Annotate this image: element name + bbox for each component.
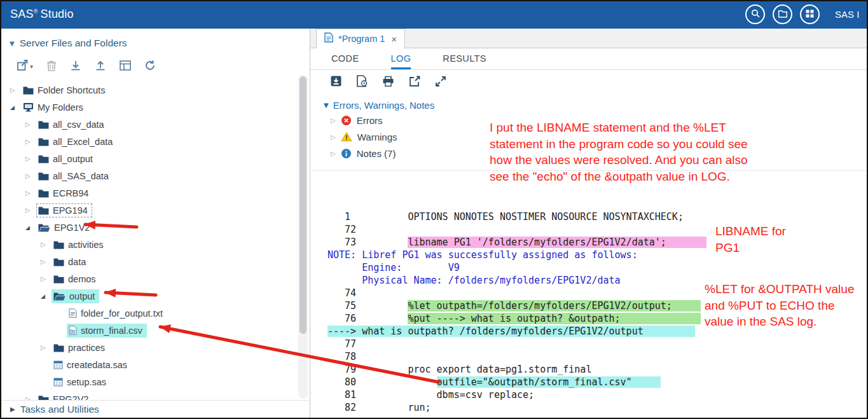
maximize-button[interactable]	[435, 76, 446, 90]
apps-button[interactable]	[800, 4, 820, 24]
folder-open-icon	[53, 292, 65, 301]
folder-icon	[38, 189, 49, 198]
tree-item-setup.sas[interactable]: setup.sas	[1, 373, 310, 390]
tree-item-EPG1V2[interactable]: ◢EPG1V2	[1, 219, 310, 236]
refresh-button[interactable]	[144, 60, 156, 74]
tree-item-all_Excel_data[interactable]: ▷all_Excel_data	[1, 133, 310, 150]
properties-button[interactable]	[120, 60, 131, 73]
tasks-and-utilities-header[interactable]: ▶ Tasks and Utilities	[1, 400, 310, 418]
tree-item-label: folder_for_output.txt	[81, 308, 163, 319]
new-item-button[interactable]: ▾	[17, 59, 33, 74]
tree-item-inner[interactable]: ECRB94	[36, 186, 93, 200]
tab-program-1[interactable]: *Program 1 ×	[316, 29, 405, 48]
expand-toggle-icon[interactable]: ▷	[10, 86, 21, 93]
tree-item-inner[interactable]: output	[52, 289, 99, 303]
file-tree: ▷Folder Shortcuts◢My Folders▷all_csv_dat…	[1, 81, 310, 408]
tree-item-all_output[interactable]: ▷all_output	[1, 150, 310, 167]
tree-item-Folder Shortcuts[interactable]: ▷Folder Shortcuts	[1, 81, 310, 99]
tree-item-inner[interactable]: all_csv_data	[36, 118, 109, 132]
collapse-toggle-icon[interactable]: ◢	[10, 104, 21, 111]
tree-item-inner[interactable]: storm_final.csv	[67, 324, 147, 338]
tree-item-inner[interactable]: EPG194	[36, 203, 92, 217]
chevron-down-icon: ▾	[30, 63, 33, 70]
tree-item-inner[interactable]: all_SAS_data	[36, 169, 113, 183]
tree-item-inner[interactable]: setup.sas	[52, 375, 111, 389]
tree-item-inner[interactable]: demos	[52, 272, 100, 286]
tree-item-inner[interactable]: EPG1V2	[36, 221, 94, 235]
tree-item-inner[interactable]: activities	[52, 238, 108, 252]
log-line: 77	[327, 338, 706, 350]
expand-toggle-icon[interactable]: ▷	[331, 117, 336, 124]
tab-results[interactable]: RESULTS	[443, 48, 486, 69]
expand-toggle-icon[interactable]: ▷	[331, 150, 336, 157]
tree-item-activities[interactable]: ▷activities	[1, 236, 310, 253]
tree-item-inner[interactable]: folder_for_output.txt	[67, 306, 167, 320]
computer-icon	[23, 102, 34, 112]
app-title: SAS ® Studio	[10, 8, 74, 21]
expand-toggle-icon[interactable]: ▷	[41, 275, 52, 282]
open-new-window-button[interactable]	[409, 76, 420, 90]
tree-item-inner[interactable]: all_Excel_data	[36, 135, 117, 149]
sidebar-toolbar: ▾	[1, 49, 310, 74]
tree-item-My Folders[interactable]: ◢My Folders	[1, 99, 310, 116]
log-line: ----> what is outpath? /folders/myfolder…	[327, 325, 706, 338]
tree-item-label: EPG194	[53, 205, 88, 216]
delete-button[interactable]	[46, 60, 57, 74]
collapse-toggle-icon[interactable]: ◢	[41, 293, 52, 299]
registered-mark: ®	[34, 8, 38, 15]
upload-button[interactable]	[95, 60, 106, 74]
expand-toggle-icon[interactable]: ▷	[331, 134, 336, 141]
expand-toggle-icon[interactable]: ▷	[25, 207, 36, 214]
expand-toggle-icon[interactable]: ▷	[25, 172, 36, 179]
sidebar-scrollbar[interactable]	[298, 75, 308, 399]
tree-item-inner[interactable]: My Folders	[21, 100, 88, 114]
tree-item-inner[interactable]: Folder Shortcuts	[21, 83, 109, 97]
close-icon[interactable]: ×	[391, 34, 397, 45]
tree-item-storm_final.csv[interactable]: storm_final.csv	[1, 322, 310, 339]
expand-toggle-icon[interactable]: ▷	[25, 155, 36, 162]
log-line: 79 proc export data=pg1.storm_final	[327, 363, 706, 376]
upload-icon	[95, 60, 106, 74]
collapse-toggle-icon[interactable]: ◢	[25, 224, 36, 231]
tree-item-inner[interactable]: data	[52, 255, 90, 269]
tree-item-output[interactable]: ◢output	[1, 287, 310, 305]
tree-item-label: demos	[68, 274, 96, 284]
tree-item-folder_for_output.txt[interactable]: folder_for_output.txt	[1, 305, 310, 322]
expand-toggle-icon[interactable]: ▷	[41, 344, 52, 351]
folder-button[interactable]	[773, 4, 792, 24]
tree-item-createdata.sas[interactable]: createdata.sas	[1, 356, 310, 373]
expand-toggle-icon[interactable]: ▷	[41, 258, 52, 265]
log-line: Physical Name: /folders/myfolders/EPG1V2…	[327, 274, 706, 287]
tree-item-all_SAS_data[interactable]: ▷all_SAS_data	[1, 167, 310, 184]
print-button[interactable]	[382, 76, 394, 90]
ewn-header[interactable]: ▼ Errors, Warnings, Notes	[324, 98, 867, 112]
scrollbar-thumb[interactable]	[300, 76, 307, 334]
tab-code[interactable]: CODE	[331, 48, 359, 69]
folder-icon	[23, 86, 34, 95]
expand-toggle-icon[interactable]: ▷	[25, 121, 36, 128]
log-view: 1 OPTIONS NONOTES NOSTIMER NOSOURCE NOSY…	[327, 210, 706, 414]
save-log-button[interactable]	[330, 75, 342, 90]
tree-item-label: EPG1V2	[54, 223, 90, 233]
log-history-button[interactable]	[357, 75, 368, 90]
tree-item-label: Folder Shortcuts	[38, 85, 105, 95]
tab-log[interactable]: LOG	[391, 48, 411, 69]
expand-toggle-icon[interactable]: ▷	[25, 138, 36, 145]
tree-item-inner[interactable]: createdata.sas	[52, 358, 132, 372]
tree-item-inner[interactable]: all_output	[36, 152, 97, 166]
search-button[interactable]	[745, 4, 765, 24]
tree-item-demos[interactable]: ▷demos	[1, 270, 310, 287]
folder-icon	[38, 172, 49, 181]
tree-item-all_csv_data[interactable]: ▷all_csv_data	[1, 116, 310, 133]
tree-item-ECRB94[interactable]: ▷ECRB94	[1, 184, 310, 202]
tree-item-EPG194[interactable]: ▷EPG194	[1, 202, 310, 219]
tab-strip: *Program 1 ×	[310, 29, 867, 48]
tree-item-label: all_output	[53, 154, 93, 164]
expand-toggle-icon[interactable]: ▷	[25, 189, 36, 196]
tree-item-inner[interactable]: practices	[52, 341, 109, 355]
expand-toggle-icon[interactable]: ▷	[41, 241, 52, 248]
download-button[interactable]	[70, 60, 81, 74]
server-files-header[interactable]: ▼ Server Files and Folders	[1, 29, 310, 49]
tree-item-data[interactable]: ▷data	[1, 253, 310, 270]
tree-item-practices[interactable]: ▷practices	[1, 339, 310, 356]
